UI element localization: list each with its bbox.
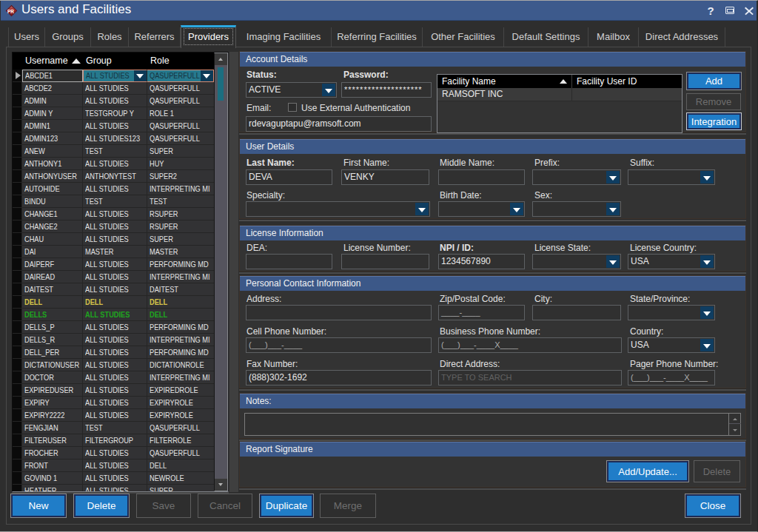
cell-username[interactable]: DELLS_P (22, 321, 83, 334)
cell-group[interactable]: ALL STUDIES (83, 158, 147, 170)
save-button[interactable]: Save (136, 494, 191, 518)
cell-group[interactable]: ALL STUDIES (83, 208, 147, 220)
cell-username[interactable]: FROCHER (22, 447, 83, 459)
cell-group[interactable]: TEST (83, 422, 147, 434)
users-table-scrollbar[interactable] (214, 53, 228, 491)
table-row[interactable]: DAITEST ALL STUDIES DAITEST (13, 283, 214, 296)
cell-role[interactable]: DELL (147, 459, 214, 472)
city-field[interactable] (532, 305, 621, 320)
cell-group[interactable]: ALL STUDIES (83, 485, 147, 492)
cell-role[interactable]: DICTATIONROLE (147, 359, 214, 371)
cell-username[interactable]: AUTOHIDE (22, 183, 83, 195)
cell-role[interactable]: HUY (147, 158, 214, 170)
close-window-button[interactable] (739, 1, 758, 20)
cell-username[interactable]: DAIPERF (22, 258, 83, 271)
notes-textarea[interactable] (244, 413, 741, 436)
cell-username[interactable]: ADMIN Y (22, 107, 83, 120)
birth-date-combo-arrow-icon[interactable] (510, 203, 523, 215)
cell-username[interactable]: DAI (22, 246, 83, 258)
cell-role[interactable]: QASUPERFULL (147, 70, 214, 82)
cell-role[interactable]: SUPER2 (147, 170, 214, 183)
table-row[interactable]: ABCDE2 ALL STUDIES QASUPERFULL (13, 82, 214, 95)
table-row[interactable]: EXPIRY ALL STUDIES EXPIRYROLE (13, 397, 214, 409)
cell-username[interactable]: DOCTOR (22, 371, 83, 384)
cell-group[interactable]: MASTER (83, 246, 147, 258)
cell-group[interactable]: ALL STUDIES (83, 459, 147, 472)
cell-group[interactable]: ALL STUDIES (83, 346, 147, 359)
cell-username[interactable]: GOVIND 1 (22, 472, 83, 485)
cell-group[interactable]: ALL STUDIES (83, 82, 147, 95)
license-state-combo-arrow-icon[interactable] (606, 255, 620, 268)
table-row[interactable]: DELLS_R ALL STUDIES INTERPRETING MI (13, 334, 214, 346)
dea-field[interactable] (246, 254, 332, 269)
cell-username[interactable]: EXPIRY (22, 397, 83, 409)
maximize-button[interactable] (720, 1, 739, 20)
table-row[interactable]: AUTOHIDE ALL STUDIES INTERPRETING MI (13, 183, 214, 195)
cell-group[interactable]: ALL STUDIES123 (83, 132, 147, 145)
cell-username[interactable]: EXPIREDUSER (22, 384, 83, 397)
cell-username[interactable]: ADMIN1 (22, 120, 83, 132)
cell-role[interactable]: QASUPERFULL (147, 120, 214, 132)
license-country-combo-arrow-icon[interactable] (700, 255, 714, 268)
close-button[interactable]: Close (685, 494, 741, 518)
new-button[interactable]: New (10, 494, 67, 518)
address-field[interactable] (246, 305, 432, 320)
tab-imaging-facilities[interactable]: Imaging Facilities (236, 27, 332, 47)
cell-group[interactable]: ALL STUDIES (83, 371, 147, 384)
fax-field[interactable]: (888)302-1692 (246, 370, 432, 385)
cell-role[interactable]: INTERPRETING MI (147, 271, 214, 283)
cell-role[interactable]: DELL (147, 296, 214, 309)
cell-role[interactable]: INTERPRETING MI (147, 183, 214, 195)
tab-providers[interactable]: Providers (181, 25, 236, 48)
table-row[interactable]: DAIPERF ALL STUDIES PERFORMING MD (13, 258, 214, 271)
first-name-field[interactable]: VENKY (341, 169, 429, 185)
cell-username[interactable]: FENGJIAN (22, 422, 83, 434)
sex-combobox[interactable] (532, 201, 621, 217)
cell-username[interactable]: ADMIN (22, 95, 83, 107)
cell-group[interactable]: ANTHONYTEST (83, 170, 147, 183)
integration-button[interactable]: Integration (686, 112, 742, 130)
suffix-combobox[interactable] (628, 169, 715, 185)
tab-users[interactable]: Users (8, 27, 45, 47)
state-province-combobox[interactable] (628, 305, 715, 320)
cell-username[interactable]: DELLS_R (22, 334, 83, 346)
cell-username[interactable]: HEATHER (22, 485, 83, 492)
cell-role[interactable]: EXPIREDROLE (147, 384, 214, 397)
table-row[interactable]: CHAU ALL STUDIES SUPER (13, 233, 214, 246)
cell-group[interactable]: FILTERGROUP (83, 434, 147, 447)
cell-group[interactable]: ALL STUDIES (83, 334, 147, 346)
cell-username[interactable]: ANTHONYUSER (22, 170, 83, 183)
table-row[interactable]: ABCDE1 ALL STUDIES QASUPERFULL (13, 70, 214, 82)
cell-group[interactable]: ALL STUDIES (83, 472, 147, 485)
notes-scroll-down-icon[interactable] (729, 425, 741, 435)
cell-username[interactable]: DELL_PER (22, 346, 83, 359)
license-state-combobox[interactable] (532, 254, 621, 269)
cell-role[interactable]: INTERPRETING MI (147, 371, 214, 384)
cell-group[interactable]: ALL STUDIES (83, 359, 147, 371)
cell-role[interactable]: SUPER (147, 485, 214, 492)
cell-group[interactable]: ALL STUDIES (83, 183, 147, 195)
cell-role[interactable]: QASUPERFULL (147, 132, 214, 145)
table-row[interactable]: ADMIN1 ALL STUDIES QASUPERFULL (13, 120, 214, 132)
cell-group[interactable]: ALL STUDIES (83, 120, 147, 132)
password-field[interactable]: ******************** (341, 82, 432, 98)
table-row[interactable]: BINDU TEST TEST (13, 195, 214, 208)
cell-username[interactable]: ANTHONY1 (22, 158, 83, 170)
table-row[interactable]: DAIREAD ALL STUDIES INTERPRETING MI (13, 271, 214, 283)
cell-role[interactable]: ROLE 1 (147, 107, 214, 120)
cell-group[interactable]: ALL STUDIES (83, 258, 147, 271)
email-field[interactable]: rdevaguptapu@ramsoft.com (246, 116, 432, 132)
cell-username[interactable]: ABCDE1 (22, 70, 83, 82)
cell-username[interactable]: DAIREAD (22, 271, 83, 283)
table-row[interactable]: ADMIN123 ALL STUDIES123 QASUPERFULL (13, 132, 214, 145)
cell-role[interactable]: NEWROLE (147, 472, 214, 485)
cell-role[interactable]: SUPER (147, 233, 214, 246)
cell-group[interactable]: ALL STUDIES (83, 70, 147, 82)
scrollbar-thumb[interactable] (218, 67, 224, 101)
tab-other-facilities[interactable]: Other Facilities (423, 27, 504, 47)
table-row[interactable]: FROCHER ALL STUDIES QASUPERFULL (13, 447, 214, 459)
cell-role[interactable]: DAITEST (147, 283, 214, 296)
cell-group[interactable]: TEST (83, 195, 147, 208)
cell-role[interactable]: DELL (147, 309, 214, 321)
direct-address-field[interactable]: TYPE TO SEARCH (438, 370, 622, 385)
